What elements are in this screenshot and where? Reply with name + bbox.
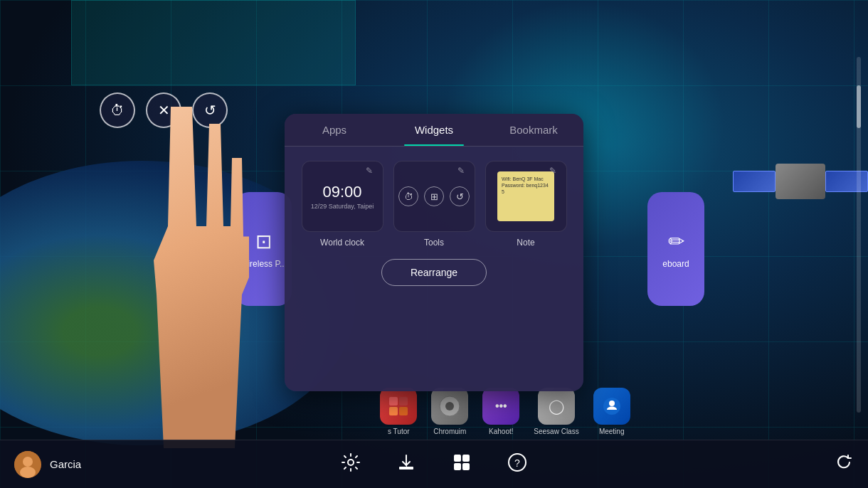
widgets-modal: Apps Widgets Bookmark ✎ 09:00 12/29 Satu… (285, 114, 583, 391)
note-card[interactable]: ✎ Wifi: BenQ 3F MacPassword: benq12345 (485, 161, 567, 232)
satellite-decoration (726, 142, 840, 228)
right-app-icon: ✏ (668, 230, 684, 253)
world-clock-content: 09:00 12/29 Saturday, Taipei (311, 183, 374, 210)
tab-bookmark[interactable]: Bookmark (484, 114, 583, 146)
taskbar-left: Garcia (14, 451, 81, 478)
satellite-panel-right (825, 171, 868, 192)
svg-rect-0 (389, 397, 398, 405)
svg-rect-16 (462, 463, 470, 470)
settings-icon[interactable] (341, 452, 361, 477)
tab-apps[interactable]: Apps (285, 114, 384, 146)
tutor-label: s Tutor (388, 428, 410, 435)
widgets-content: ✎ 09:00 12/29 Saturday, Taipei World clo… (285, 147, 583, 391)
dock-app-tutor[interactable]: s Tutor (380, 388, 417, 435)
note-content: Wifi: BenQ 3F MacPassword: benq12345 (497, 171, 554, 221)
seesaw-label: Seesaw Class (534, 428, 578, 435)
svg-rect-1 (399, 397, 408, 405)
svg-point-11 (348, 460, 354, 465)
svg-rect-2 (389, 407, 398, 415)
meeting-icon (593, 388, 630, 425)
tool-reset-icon[interactable]: ↺ (450, 186, 470, 206)
taskbar-center: ? (341, 452, 527, 477)
taskbar: Garcia ? (0, 440, 868, 488)
dock-app-seesaw[interactable]: ◯ Seesaw Class (534, 388, 578, 435)
teal-highlight (71, 0, 356, 85)
note-label: Note (517, 238, 534, 248)
svg-rect-12 (399, 467, 413, 470)
right-app-button[interactable]: ✏ eboard (647, 192, 704, 306)
kahoot-icon: ••• (482, 388, 519, 425)
world-clock-time: 09:00 (311, 183, 374, 201)
satellite-body (776, 164, 825, 199)
widgets-grid: ✎ 09:00 12/29 Saturday, Taipei World clo… (299, 161, 569, 248)
tab-bar: Apps Widgets Bookmark (285, 114, 583, 147)
apps-grid-icon[interactable] (452, 452, 472, 477)
kahoot-label: Kahoot! (489, 428, 513, 435)
dock-app-kahoot[interactable]: ••• Kahoot! (482, 388, 519, 435)
meeting-label: Meeting (599, 428, 625, 435)
svg-point-10 (20, 467, 36, 478)
svg-rect-3 (399, 407, 408, 415)
svg-point-5 (445, 402, 454, 410)
world-clock-widget-item: ✎ 09:00 12/29 Saturday, Taipei World clo… (302, 161, 383, 248)
help-icon[interactable]: ? (507, 452, 527, 477)
app-dock: s Tutor Chromuim ••• Kahoot! ◯ Seesaw Cl… (249, 383, 761, 440)
world-clock-edit-button[interactable]: ✎ (366, 166, 379, 179)
tools-widget-item: ✎ ⏱ ⊞ ↺ Tools (393, 161, 475, 248)
tools-label: Tools (424, 238, 444, 248)
world-clock-date: 12/29 Saturday, Taipei (311, 203, 374, 210)
rotate-icon[interactable] (834, 452, 854, 477)
tools-edit-button[interactable]: ✎ (457, 166, 470, 179)
user-name: Garcia (50, 458, 81, 470)
taskbar-right (834, 452, 854, 477)
right-scrollbar[interactable] (857, 57, 861, 413)
svg-text:?: ? (514, 457, 520, 469)
tool-timer-icon[interactable]: ⏱ (398, 186, 418, 206)
world-clock-card[interactable]: ✎ 09:00 12/29 Saturday, Taipei (302, 161, 383, 232)
chromium-icon (431, 388, 468, 425)
svg-rect-15 (454, 463, 461, 470)
tab-widgets[interactable]: Widgets (384, 114, 484, 146)
svg-rect-13 (454, 455, 461, 462)
note-edit-button[interactable]: ✎ (549, 166, 562, 179)
dock-app-meeting[interactable]: Meeting (593, 388, 630, 435)
note-widget-item: ✎ Wifi: BenQ 3F MacPassword: benq12345 N… (485, 161, 567, 248)
rearrange-button[interactable]: Rearrange (381, 259, 487, 286)
tutor-icon (380, 388, 417, 425)
world-clock-label: World clock (320, 238, 364, 248)
tools-content: ⏱ ⊞ ↺ (398, 186, 470, 206)
satellite-panel-left (733, 171, 776, 192)
upload-icon[interactable] (396, 452, 416, 477)
svg-point-7 (609, 401, 615, 406)
right-app-label: eboard (662, 259, 689, 269)
svg-point-9 (23, 457, 33, 467)
tool-grid-icon[interactable]: ⊞ (424, 186, 444, 206)
svg-rect-14 (462, 455, 470, 462)
seesaw-icon: ◯ (538, 388, 575, 425)
chromium-label: Chromuim (433, 428, 466, 435)
dock-app-chromium[interactable]: Chromuim (431, 388, 468, 435)
scrollbar-thumb[interactable] (857, 85, 861, 128)
tools-card[interactable]: ✎ ⏱ ⊞ ↺ (393, 161, 475, 232)
user-avatar[interactable] (14, 451, 41, 478)
